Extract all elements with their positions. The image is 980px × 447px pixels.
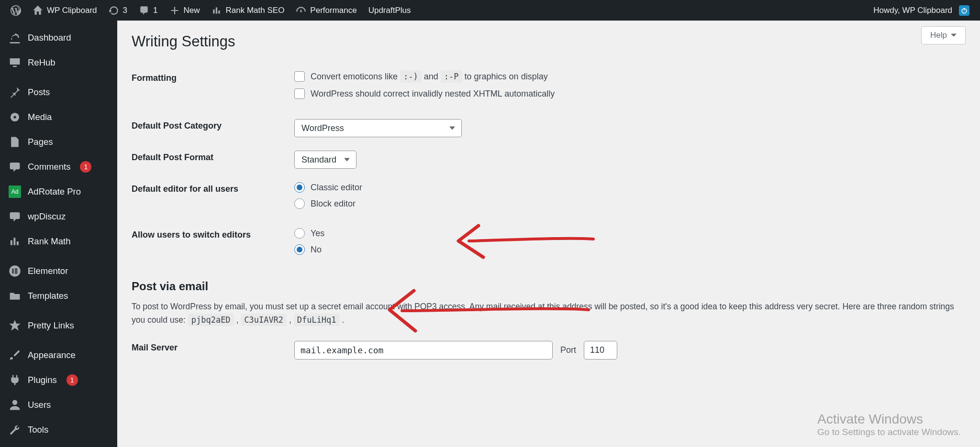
svg-point-9 bbox=[12, 400, 17, 405]
sidebar-item-label: Plugins bbox=[28, 375, 57, 385]
switch-yes-text: Yes bbox=[311, 229, 324, 239]
default-format-select[interactable]: Standard bbox=[294, 151, 356, 169]
default-category-select[interactable]: WordPress bbox=[294, 119, 462, 137]
admin-sidebar: Dashboard ReHub Posts Media Pages Commen… bbox=[0, 21, 117, 447]
sidebar-separator bbox=[0, 338, 117, 343]
convert-emoticons-checkbox[interactable] bbox=[294, 71, 305, 82]
svg-rect-8 bbox=[15, 273, 17, 274]
editor-block-text: Block editor bbox=[311, 199, 356, 209]
gauge-icon bbox=[296, 5, 306, 16]
switch-no-row[interactable]: No bbox=[294, 244, 966, 255]
port-label: Port bbox=[560, 345, 576, 355]
updraft-link[interactable]: UpdraftPlus bbox=[363, 0, 417, 21]
folder-icon bbox=[9, 290, 21, 302]
sidebar-item-rehub[interactable]: ReHub bbox=[0, 50, 117, 75]
wrench-icon bbox=[9, 424, 21, 436]
comment-icon bbox=[139, 5, 149, 16]
wordpress-icon bbox=[11, 5, 21, 16]
adrotate-icon: Ad bbox=[9, 185, 21, 198]
new-content[interactable]: New bbox=[164, 0, 206, 21]
switch-no-radio[interactable] bbox=[294, 244, 305, 255]
sidebar-item-label: Posts bbox=[28, 87, 50, 98]
switch-yes-radio[interactable] bbox=[294, 228, 305, 239]
sidebar-item-label: ReHub bbox=[28, 57, 56, 68]
wp-logo[interactable] bbox=[5, 0, 27, 21]
desktop-icon bbox=[9, 56, 21, 69]
code-emoticon2: :-P bbox=[441, 70, 462, 83]
port-input[interactable] bbox=[584, 341, 617, 360]
site-home[interactable]: WP Clipboard bbox=[27, 0, 103, 21]
admin-toolbar-right: Howdy, WP Clipboard bbox=[868, 0, 975, 21]
sidebar-item-label: Appearance bbox=[28, 350, 76, 360]
rankmath-label: Rank Math SEO bbox=[226, 6, 285, 15]
updates-count: 3 bbox=[123, 6, 127, 15]
editor-block-row[interactable]: Block editor bbox=[294, 198, 966, 209]
convert-emoticons-row[interactable]: Convert emoticons like :-) and :-P to gr… bbox=[294, 71, 966, 82]
sidebar-item-templates[interactable]: Templates bbox=[0, 283, 117, 308]
sidebar-item-label: wpDiscuz bbox=[28, 211, 66, 222]
sidebar-item-label: Elementor bbox=[28, 266, 68, 276]
howdy-account[interactable]: Howdy, WP Clipboard bbox=[868, 0, 975, 21]
sidebar-item-label: Users bbox=[28, 400, 51, 410]
switch-no-text: No bbox=[311, 245, 322, 255]
pin-icon bbox=[9, 86, 21, 98]
xhtml-checkbox[interactable] bbox=[294, 88, 305, 99]
sidebar-item-appearance[interactable]: Appearance bbox=[0, 343, 117, 368]
switch-yes-row[interactable]: Yes bbox=[294, 228, 966, 239]
sidebar-item-media[interactable]: Media bbox=[0, 105, 117, 130]
sidebar-item-plugins[interactable]: Plugins 1 bbox=[0, 368, 117, 392]
performance-link[interactable]: Performance bbox=[290, 0, 362, 21]
sidebar-item-comments[interactable]: Comments 1 bbox=[0, 154, 117, 179]
sidebar-item-dashboard[interactable]: Dashboard bbox=[0, 25, 117, 50]
default-category-label: Default Post Category bbox=[132, 112, 294, 144]
mail-server-label: Mail Server bbox=[132, 334, 294, 366]
default-format-label: Default Post Format bbox=[132, 144, 294, 175]
comment-icon bbox=[9, 210, 21, 223]
editor-classic-radio[interactable] bbox=[294, 182, 305, 193]
admin-toolbar: WP Clipboard 3 1 New Rank Math SEO Perfo… bbox=[0, 0, 980, 21]
home-icon bbox=[33, 5, 43, 16]
new-label: New bbox=[184, 6, 200, 15]
howdy-text: Howdy, WP Clipboard bbox=[873, 6, 952, 15]
mail-settings: Mail Server Port bbox=[132, 334, 966, 366]
mail-server-input[interactable] bbox=[294, 341, 553, 360]
admin-toolbar-left: WP Clipboard 3 1 New Rank Math SEO Perfo… bbox=[5, 0, 417, 21]
svg-point-3 bbox=[13, 116, 16, 118]
sidebar-item-users[interactable]: Users bbox=[0, 392, 117, 417]
settings-form: Formatting Convert emoticons like :-) an… bbox=[132, 65, 966, 267]
code-rand3: DfuLiHq1 bbox=[294, 314, 340, 326]
xhtml-row[interactable]: WordPress should correct invalidly neste… bbox=[294, 88, 966, 99]
rankmath-link[interactable]: Rank Math SEO bbox=[206, 0, 290, 21]
xhtml-text: WordPress should correct invalidly neste… bbox=[311, 89, 555, 99]
svg-rect-6 bbox=[15, 269, 17, 270]
editor-block-radio[interactable] bbox=[294, 198, 305, 209]
sidebar-item-wpdiscuz[interactable]: wpDiscuz bbox=[0, 204, 117, 229]
sidebar-item-adrotate[interactable]: Ad AdRotate Pro bbox=[0, 179, 117, 204]
post-via-email-desc: To post to WordPress by email, you must … bbox=[132, 300, 966, 327]
sidebar-item-label: Pretty Links bbox=[28, 320, 74, 331]
plugins-badge: 1 bbox=[67, 374, 78, 386]
chevron-down-icon bbox=[951, 33, 957, 38]
svg-rect-7 bbox=[15, 271, 17, 272]
help-tab[interactable]: Help bbox=[921, 26, 966, 44]
sidebar-item-elementor[interactable]: Elementor bbox=[0, 259, 117, 283]
performance-label: Performance bbox=[310, 6, 356, 15]
sidebar-item-prettylinks[interactable]: Pretty Links bbox=[0, 313, 117, 338]
sidebar-item-pages[interactable]: Pages bbox=[0, 130, 117, 154]
help-label: Help bbox=[930, 31, 947, 40]
allow-switch-label: Allow users to switch editors bbox=[132, 221, 294, 267]
sidebar-item-label: Comments bbox=[28, 162, 70, 172]
updraft-label: UpdraftPlus bbox=[368, 6, 411, 15]
sidebar-item-rankmath[interactable]: Rank Math bbox=[0, 229, 117, 254]
plugin-icon bbox=[9, 374, 21, 386]
comments-link[interactable]: 1 bbox=[133, 0, 163, 21]
code-emoticon1: :-) bbox=[400, 70, 422, 83]
updates-link[interactable]: 3 bbox=[103, 0, 133, 21]
sidebar-item-posts[interactable]: Posts bbox=[0, 80, 117, 105]
sidebar-item-tools[interactable]: Tools bbox=[0, 417, 117, 442]
media-icon bbox=[9, 111, 21, 123]
editor-classic-row[interactable]: Classic editor bbox=[294, 182, 966, 193]
elementor-icon bbox=[9, 265, 21, 277]
default-editor-label: Default editor for all users bbox=[132, 175, 294, 221]
sidebar-item-label: Dashboard bbox=[28, 33, 71, 43]
